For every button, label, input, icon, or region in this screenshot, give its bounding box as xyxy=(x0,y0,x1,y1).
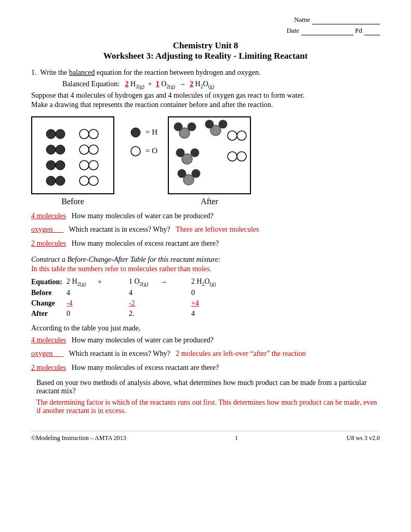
according-block: According to the table you just made, 4 … xyxy=(31,324,380,374)
q-excess-2: Which reactant is in excess? Why? xyxy=(69,350,170,357)
q1-prompt: 1. Write the balanced equation for the r… xyxy=(31,69,380,77)
a-water-2: 4 molecules xyxy=(31,336,66,344)
eq-h2: 2 H2(g) xyxy=(67,276,98,288)
before-w: 0 xyxy=(191,288,222,298)
after-svg xyxy=(169,117,249,194)
svg-point-32 xyxy=(178,169,186,178)
svg-point-9 xyxy=(89,129,98,139)
construct-subtitle: In this table the numbers refer to molec… xyxy=(31,265,380,273)
footer-page: 1 xyxy=(235,434,238,442)
eq-row: Equation: 2 H2(g) + 1 O2(g) → 2 H2O(g) xyxy=(31,276,222,288)
change-w: +4 xyxy=(191,298,222,309)
svg-point-30 xyxy=(237,152,246,161)
footer: ©Modeling Instruction – AMTA 2013 1 U8 w… xyxy=(31,431,380,442)
after-box xyxy=(168,116,251,194)
svg-point-33 xyxy=(192,169,200,178)
after-h: 0 xyxy=(67,309,98,319)
answer-excess-count-1: 2 molecules How many molecules of excess… xyxy=(31,238,380,249)
footer-copyright: ©Modeling Instruction – AMTA 2013 xyxy=(31,434,126,442)
legend-h-label: = H xyxy=(145,128,157,137)
svg-point-25 xyxy=(237,131,246,140)
svg-point-28 xyxy=(191,149,199,157)
a-excess-why-2: 2 molecules are left-over “after” the re… xyxy=(176,350,306,357)
pd-field[interactable] xyxy=(364,26,380,35)
eq-arrow: → xyxy=(160,276,191,288)
svg-point-11 xyxy=(89,145,98,154)
svg-point-0 xyxy=(46,129,56,139)
eq-h2o: 2 H2O(g) xyxy=(191,276,222,288)
q-water-1: How many molecules of water can be produ… xyxy=(72,212,214,220)
title-block: Chemistry Unit 8 Worksheet 3: Adjusting … xyxy=(31,41,380,61)
based-answer: The determining factor is which of the r… xyxy=(36,398,380,415)
after-container: After xyxy=(168,116,251,206)
drawing-instruction: Make a drawing that represents the react… xyxy=(31,101,380,109)
before-o: 4 xyxy=(129,288,160,298)
after-o: 2. xyxy=(129,309,160,319)
construct-block: Construct a Before-Change-After Table fo… xyxy=(31,256,380,319)
answer-excess-1: oxygen Which reactant is in excess? Why?… xyxy=(31,224,380,235)
name-field[interactable] xyxy=(312,16,380,24)
svg-point-5 xyxy=(56,161,65,170)
after-w: 4 xyxy=(191,309,222,319)
date-label: Date xyxy=(286,26,299,35)
svg-point-2 xyxy=(46,145,56,154)
answer-water-2: 4 molecules How many molecules of water … xyxy=(31,335,380,346)
change-h: -4 xyxy=(67,298,98,309)
footer-version: U8 ws 3 v2.0 xyxy=(347,434,380,442)
svg-point-4 xyxy=(46,161,56,170)
svg-point-7 xyxy=(56,176,65,185)
according-intro: According to the table you just made, xyxy=(31,324,380,332)
svg-point-1 xyxy=(56,129,65,139)
before-label: Before xyxy=(61,197,84,206)
svg-point-16 xyxy=(131,128,140,137)
before-container: Before xyxy=(31,116,114,206)
change-row-label: Change xyxy=(31,298,67,309)
eq-o2: 1 O2(g) xyxy=(129,276,160,288)
legend-o-label: = O xyxy=(145,147,157,155)
before-svg xyxy=(36,119,109,191)
based-block: Based on your two methods of analysis ab… xyxy=(31,379,380,415)
svg-point-15 xyxy=(89,176,98,185)
svg-point-29 xyxy=(228,152,237,161)
q-water-2: How many molecules of water can be produ… xyxy=(72,336,214,344)
name-label: Name xyxy=(294,16,310,24)
legend-h: = H xyxy=(130,127,157,138)
before-row-label: Before xyxy=(31,288,67,298)
based-question: Based on your two methods of analysis ab… xyxy=(36,379,380,395)
a-excess-why-1: There are leftover molecules xyxy=(176,225,259,233)
before-row: Before 4 4 0 xyxy=(31,288,222,298)
title-line2: Worksheet 3: Adjusting to Reality - Limi… xyxy=(31,51,380,61)
eq-plus: + xyxy=(98,276,129,288)
change-o: -2 xyxy=(129,298,160,309)
after-label: After xyxy=(201,197,218,206)
a-water-1: 4 molecules xyxy=(31,212,66,220)
a-excess-count-1: 2 molecules xyxy=(31,240,66,247)
svg-point-14 xyxy=(79,176,89,185)
answer-excess-count-2: 2 molecules How many molecules of excess… xyxy=(31,362,380,374)
o-legend-icon xyxy=(130,145,141,157)
svg-point-20 xyxy=(188,123,196,131)
pd-label: Pd xyxy=(355,26,362,35)
legend-o: = O xyxy=(130,145,157,157)
answers-section-1: 4 molecules How many molecules of water … xyxy=(31,210,380,249)
change-row: Change -4 -2 +4 xyxy=(31,298,222,309)
svg-point-12 xyxy=(79,161,89,170)
svg-point-22 xyxy=(205,120,214,128)
svg-point-27 xyxy=(176,149,184,157)
before-box xyxy=(31,116,114,194)
svg-point-3 xyxy=(56,145,65,154)
date-row: Date Pd xyxy=(31,26,380,35)
balanced-equation: Balanced Equation: 2 H2(g) + 1 O2(g) → 2… xyxy=(62,80,380,89)
svg-point-6 xyxy=(46,176,56,185)
suppose-text: Suppose that 4 molecules of hydrogen gas… xyxy=(31,91,380,100)
date-field[interactable] xyxy=(301,26,353,35)
a-excess-2: oxygen xyxy=(31,350,52,357)
bca-table: Equation: 2 H2(g) + 1 O2(g) → 2 H2O(g) B… xyxy=(31,276,222,319)
construct-title: Construct a Before-Change-After Table fo… xyxy=(31,256,380,264)
coeff-o2: 1 xyxy=(156,80,160,88)
h-legend-icon xyxy=(130,127,141,138)
after-row: After 0 2. 4 xyxy=(31,309,222,319)
title-line1: Chemistry Unit 8 xyxy=(31,41,380,51)
name-row: Name xyxy=(31,16,380,24)
svg-point-19 xyxy=(174,123,182,131)
